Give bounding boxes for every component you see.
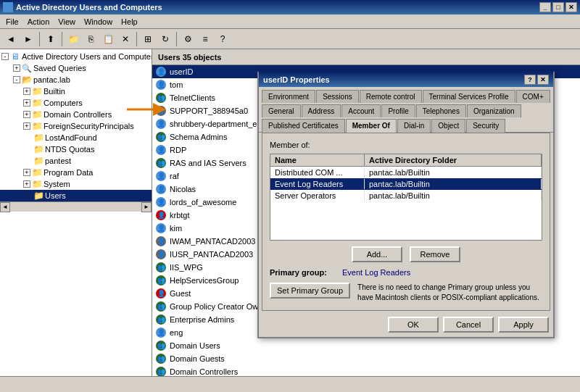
tab-remote-control[interactable]: Remote control [360,90,422,103]
tree-pantac-lab[interactable]: - 📂 pantac.lab [0,74,152,86]
scroll-right-btn[interactable]: ► [141,202,152,212]
minimize-button[interactable]: _ [539,2,551,12]
tab-terminal-services[interactable]: Terminal Services Profile [423,90,515,103]
refresh-button[interactable]: ↻ [157,31,173,47]
laf-label: LostAndFound [45,133,97,142]
tab-com[interactable]: COM+ [516,90,550,103]
member-row-0[interactable]: Distributed COM ... pantac.lab/Builtin [270,167,542,178]
restore-button[interactable]: □ [552,2,564,12]
folder-button[interactable]: 📁 [65,31,81,47]
pd-toggle[interactable]: + [23,169,30,176]
apply-button[interactable]: Apply [498,317,549,333]
properties-button[interactable]: ⊞ [140,31,156,47]
computers-toggle[interactable]: + [23,99,30,107]
filter-button[interactable]: ⚙ [180,31,196,47]
tree-system[interactable]: + 📁 System [0,178,152,190]
member-row-2-name: Server Operators [270,191,365,201]
list-item-label-1: tom [170,80,183,89]
list-item-label-11: krbtgt [170,211,190,220]
primary-group-label: Primary group: [270,268,342,277]
tree-panel[interactable]: - 🖥 Active Directory Users and Computer … [0,49,152,376]
menu-file[interactable]: File [1,16,23,28]
dc-toggle[interactable]: + [23,111,30,118]
builtin-toggle[interactable]: + [23,88,30,95]
back-button[interactable]: ◄ [3,31,19,47]
list-item-icon-18: 👥 [155,301,167,312]
tab-sessions[interactable]: Sessions [316,90,359,103]
menu-help[interactable]: Help [117,16,142,28]
saved-queries-toggle[interactable]: + [13,64,20,72]
tree-builtin[interactable]: + 📁 Builtin [0,86,152,97]
tree-root[interactable]: - 🖥 Active Directory Users and Computer [0,51,152,62]
set-primary-button[interactable]: Set Primary Group [270,283,350,299]
up-button[interactable]: ⬆ [43,31,59,47]
tree-foreign-security[interactable]: + 📁 ForeignSecurityPrincipals [0,120,152,132]
tree-ntds-quotas[interactable]: 📁 NTDS Quotas [0,143,152,155]
dialog-tabs-row1: Environment Sessions Remote control Term… [259,87,553,102]
tab-account[interactable]: Account [341,104,381,117]
close-button[interactable]: ✕ [566,2,577,12]
tab-object[interactable]: Object [431,119,465,133]
dialog-help-button[interactable]: ? [524,75,536,85]
fsp-toggle[interactable]: + [23,122,30,130]
tab-member-of[interactable]: Member Of [346,119,397,133]
menu-action[interactable]: Action [23,16,54,28]
list-item-label-17: Guest [170,289,191,298]
tab-profile[interactable]: Profile [381,104,415,117]
list-item-icon-7: 👥 [155,157,167,169]
member-row-1[interactable]: Event Log Readers pantac.lab/Builtin [270,178,542,190]
sys-icon: 📁 [32,179,42,189]
delete-button[interactable]: ✕ [117,31,133,47]
remove-button[interactable]: Remove [410,246,460,262]
builtin-label: Builtin [44,87,65,96]
menu-window[interactable]: Window [80,16,117,28]
member-of-list[interactable]: Name Active Directory Folder Distributed… [270,154,542,241]
list-item-22[interactable]: 👥Domain Guests [152,352,580,365]
tab-published-certs[interactable]: Published Certificates [262,119,345,133]
tab-telephones[interactable]: Telephones [416,104,466,117]
view-button[interactable]: ≡ [197,31,213,47]
list-item-label-10: lords_of_awesome [170,198,236,207]
tree-domain-controllers[interactable]: + 📁 Domain Controllers [0,109,152,120]
ok-button[interactable]: OK [388,317,439,333]
col-folder: Active Directory Folder [365,154,542,166]
tab-general[interactable]: General [262,104,301,117]
tree-users[interactable]: 📁 Users [0,190,152,201]
cancel-button[interactable]: Cancel [443,317,494,333]
list-item-21[interactable]: 👥Domain Users [152,339,580,352]
toolbar-separator-4 [176,32,177,46]
add-button[interactable]: Add... [352,246,402,262]
list-item-icon-16: 👥 [155,275,167,286]
list-item-label-21: Domain Users [170,341,220,350]
tab-organization[interactable]: Organization [467,104,521,117]
root-toggle[interactable]: - [1,53,9,60]
help-button[interactable]: ? [215,31,231,47]
list-item-23[interactable]: 👥Domain Controllers [152,365,580,376]
properties-dialog[interactable]: userID Properties ? ✕ Environment Sessio… [257,71,555,338]
menu-view[interactable]: View [54,16,80,28]
list-item-icon-14: 👤 [155,249,167,260]
tree-pantest[interactable]: 📁 pantest [0,155,152,167]
scroll-left-btn[interactable]: ◄ [0,202,10,212]
tab-dial-in[interactable]: Dial-in [397,119,431,133]
tree-lostandfound[interactable]: 📁 LostAndFound [0,132,152,143]
sys-toggle[interactable]: + [23,180,30,188]
list-item-label-5: Schema Admins [170,133,227,141]
horizontal-scrollbar[interactable]: ◄ ► [0,201,152,212]
forward-button[interactable]: ► [20,31,36,47]
pantac-label: pantac.lab [33,75,70,84]
paste-button[interactable]: 📋 [100,31,116,47]
member-row-2[interactable]: Server Operators pantac.lab/Builtin [270,190,542,201]
tab-address[interactable]: Address [302,104,341,117]
list-item-label-3: SUPPORT_388945a0 [170,107,248,115]
tree-root-label: Active Directory Users and Computer [22,52,152,61]
copy-button[interactable]: ⎘ [83,31,99,47]
tree-saved-queries[interactable]: + 🔍 Saved Queries [0,62,152,74]
tree-computers[interactable]: + 📁 Computers [0,97,152,109]
tab-environment[interactable]: Environment [262,90,315,103]
pantac-toggle[interactable]: - [13,76,20,83]
pantest-label: pantest [45,157,71,165]
dialog-close-button[interactable]: ✕ [537,75,549,85]
tab-security[interactable]: Security [466,119,505,133]
tree-program-data[interactable]: + 📁 Program Data [0,167,152,178]
